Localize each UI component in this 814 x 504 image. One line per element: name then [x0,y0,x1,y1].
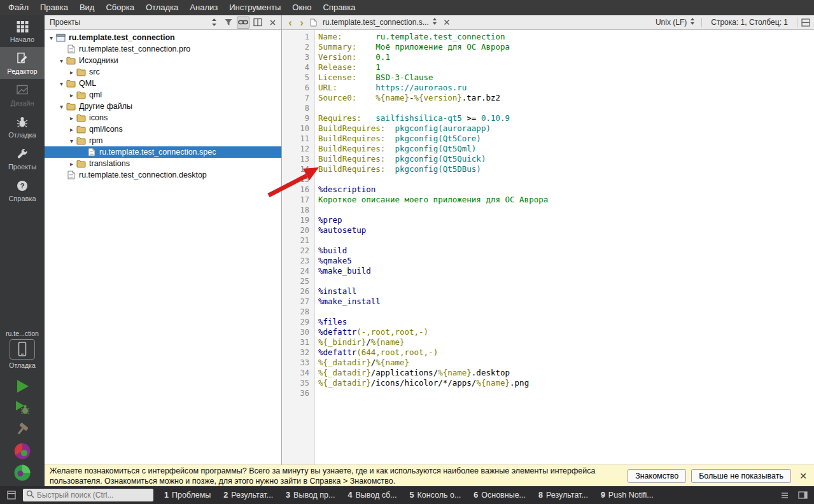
line-number[interactable]: 30 [282,327,309,337]
line-number[interactable]: 2 [282,42,309,52]
left-panel-toggle-icon[interactable] [5,489,18,501]
code-line[interactable]: %{_datadir}/%{name} [318,358,814,368]
projects-panel-title[interactable]: Проекты [47,18,83,27]
code-line[interactable] [318,205,814,215]
line-number[interactable]: 35 [282,378,309,388]
menu-item[interactable]: Окно [286,0,317,15]
tree-item[interactable]: ▾Исходники [45,55,281,66]
line-number[interactable]: 12 [282,144,309,154]
code-area[interactable]: Name: ru.template.test_connectionSummary… [315,30,814,465]
line-number[interactable]: 19 [282,215,309,225]
line-number[interactable]: 29 [282,317,309,327]
output-pane-button[interactable]: 8Результат... [533,489,594,501]
mode-edit[interactable]: Редактор [0,47,45,79]
chevron-down-icon[interactable]: ▾ [57,80,66,87]
run-button[interactable] [3,375,41,397]
line-number[interactable]: 25 [282,276,309,286]
code-line[interactable]: Summary: Моё приложение для ОС Аврора [318,42,814,52]
code-line[interactable]: BuildRequires: pkgconfig(Qt5Core) [318,134,814,144]
mode-help[interactable]: ?Справка [0,174,45,206]
output-pane-button[interactable]: 4Вывод сб... [342,489,402,501]
tree-item[interactable]: ▸src [45,66,281,78]
line-number[interactable]: 17 [282,195,309,205]
line-number[interactable]: 20 [282,225,309,235]
line-number[interactable]: 32 [282,347,309,358]
mode-welcome[interactable]: Начало [0,15,45,47]
output-pane-button[interactable]: 3Вывод пр... [280,489,340,501]
close-icon[interactable] [266,17,279,29]
line-number[interactable]: 26 [282,286,309,297]
mode-debug[interactable]: Отладка [0,111,45,143]
code-line[interactable]: Release: 1 [318,62,814,73]
line-number[interactable]: 3 [282,52,309,62]
tree-item[interactable]: ▾ru.template.test_connection [45,32,281,43]
line-number[interactable]: 33 [282,358,309,368]
chevron-right-icon[interactable]: ▸ [67,69,76,76]
code-line[interactable]: BuildRequires: pkgconfig(auroraapp) [318,123,814,134]
code-line[interactable]: Requires: sailfishsilica-qt5 >= 0.10.9 [318,113,814,123]
line-number[interactable]: 16 [282,185,309,195]
code-line[interactable]: %qmake5 [318,256,814,266]
menu-item[interactable]: Отладка [140,0,184,15]
tree-item[interactable]: ru.template.test_connection.spec [45,146,281,158]
back-icon[interactable]: ‹ [284,17,296,29]
right-panel-toggle-icon[interactable] [796,489,809,501]
line-number[interactable]: 21 [282,235,309,246]
code-line[interactable]: License: BSD-3-Clause [318,73,814,83]
menu-item[interactable]: Сборка [100,0,140,15]
app-circle-2-icon[interactable] [3,462,41,484]
tree-item[interactable]: ▾Другие файлы [45,101,281,112]
close-document-icon[interactable] [441,17,453,29]
mode-projects[interactable]: Проекты [0,143,45,174]
line-number[interactable]: 4 [282,62,309,73]
dont-show-again-button[interactable]: Больше не показывать [691,469,791,483]
code-line[interactable]: BuildRequires: pkgconfig(Qt5DBus) [318,164,814,174]
search-input[interactable] [37,491,145,500]
output-pane-button[interactable]: 5Консоль о... [404,489,467,501]
code-line[interactable]: URL: https://auroraos.ru [318,83,814,93]
code-line[interactable]: %{_bindir}/%{name} [318,337,814,347]
line-number[interactable]: 23 [282,256,309,266]
chevron-down-icon[interactable]: ▾ [57,57,66,64]
line-number[interactable]: 18 [282,205,309,215]
tree-item[interactable]: ru.template.test_connection.desktop [45,169,281,181]
chevron-down-icon[interactable]: ▾ [67,137,76,144]
code-line[interactable] [318,174,814,185]
line-number[interactable]: 11 [282,134,309,144]
menu-item[interactable]: Вид [74,0,101,15]
kit-selector-button[interactable]: ru.te...ction Отладка [3,330,42,369]
code-line[interactable]: %make_install [318,297,814,307]
code-line[interactable]: %make_build [318,266,814,276]
code-line[interactable]: %description [318,185,814,195]
line-number[interactable]: 36 [282,388,309,398]
menu-item[interactable]: Инструменты [223,0,286,15]
line-number[interactable]: 22 [282,246,309,256]
code-line[interactable]: BuildRequires: pkgconfig(Qt5Qml) [318,144,814,154]
menu-item[interactable]: Справка [317,0,361,15]
line-number[interactable]: 24 [282,266,309,276]
code-line[interactable] [318,307,814,317]
build-button[interactable] [3,419,41,440]
menu-item[interactable]: Анализ [184,0,223,15]
line-number[interactable]: 1 [282,32,309,42]
open-document-selector[interactable]: ru.template.test_connection.s... [319,17,441,29]
code-line[interactable]: %defattr(644,root,root,-) [318,347,814,358]
code-line[interactable]: %{_datadir}/icons/hicolor/*/apps/%{name}… [318,378,814,388]
forward-icon[interactable]: › [296,17,307,29]
code-line[interactable]: Короткое описание моего приложения для О… [318,195,814,205]
updown-icon[interactable] [207,17,220,29]
tree-item[interactable]: ▸translations [45,158,281,169]
filter-icon[interactable] [222,17,235,29]
output-pane-button[interactable]: 6Основные... [468,489,531,501]
tree-item[interactable]: ▸qml/icons [45,123,281,135]
line-number[interactable]: 15 [282,174,309,185]
output-pane-button[interactable]: 2Результат... [218,489,279,501]
tree-item[interactable]: ▸qml [45,89,281,101]
locator[interactable] [23,489,153,501]
code-line[interactable]: Name: ru.template.test_connection [318,32,814,42]
output-pane-button[interactable]: 9Push Notifi... [595,489,659,501]
tree-item[interactable]: ▸icons [45,112,281,123]
code-line[interactable]: %files [318,317,814,327]
line-number[interactable]: 7 [282,93,309,103]
code-line[interactable]: %autosetup [318,225,814,235]
